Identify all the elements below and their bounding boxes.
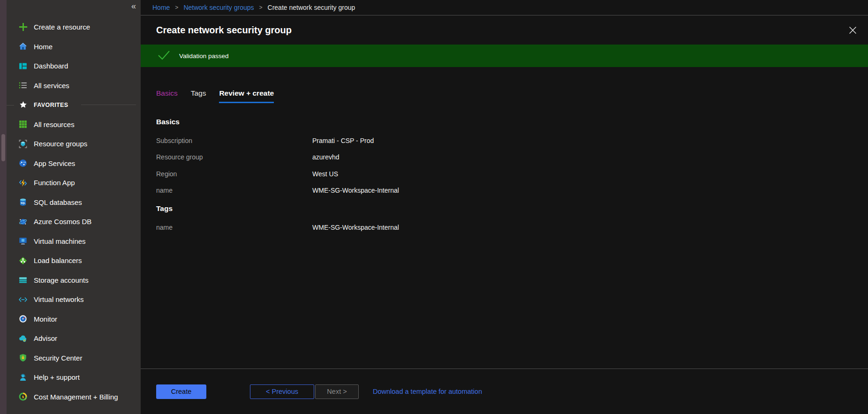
sidebar-item-security-center[interactable]: Security Center [7, 348, 141, 368]
app-services-icon [18, 158, 28, 168]
sidebar-item-label: Storage accounts [34, 276, 89, 284]
section-title: Tags [156, 202, 868, 216]
review-section-tags: TagsnameWME-SG-Workspace-Internal [156, 202, 868, 236]
all-resources-icon [18, 120, 28, 129]
cost-management-icon: $ [18, 392, 28, 401]
main-region: BasicsTagsReview + create BasicsSubscrip… [141, 67, 868, 414]
review-row: nameWME-SG-Workspace-Internal [156, 219, 868, 236]
previous-button[interactable]: < Previous [250, 384, 314, 399]
sidebar-item-label: Dashboard [34, 62, 68, 70]
sidebar-header-favorites: FAVORITES [7, 95, 141, 115]
review-sections: BasicsSubscriptionPramati - CSP - ProdRe… [156, 115, 868, 236]
sql-databases-icon: SQL [18, 197, 28, 207]
download-template-link[interactable]: Download a template for automation [373, 388, 482, 395]
sidebar-item-label: Azure Cosmos DB [34, 218, 91, 226]
virtual-machines-icon [18, 236, 28, 246]
storage-accounts-icon [18, 275, 28, 285]
all-services-icon [18, 81, 28, 90]
star-icon [18, 100, 28, 110]
sidebar-item-app-services[interactable]: App Services [7, 154, 141, 173]
title-bar: Create network security group [141, 15, 868, 45]
breadcrumb: Home>Network security groups>Create netw… [141, 0, 868, 15]
resource-groups-icon [18, 139, 28, 149]
sidebar-item-monitor[interactable]: Monitor [7, 309, 141, 329]
sidebar-item-label: Monitor [34, 315, 57, 323]
review-row: RegionWest US [156, 166, 868, 182]
virtual-networks-icon [18, 295, 28, 304]
tab-tags[interactable]: Tags [191, 89, 206, 103]
field-label: name [156, 187, 312, 194]
sidebar-item-label: Cost Management + Billing [34, 393, 118, 401]
content-region: Home>Network security groups>Create netw… [141, 0, 868, 414]
dashboard-icon [18, 61, 28, 71]
edge-scrollbar-thumb[interactable] [1, 134, 5, 161]
sidebar-item-label: SQL databases [34, 198, 82, 206]
footer-bar: Create < Previous Next > Download a temp… [141, 369, 868, 414]
create-button[interactable]: Create [156, 384, 206, 399]
breadcrumb-link-home[interactable]: Home [152, 4, 170, 11]
breadcrumb-current-create-network-security-group: Create network security group [268, 4, 355, 11]
field-label: Subscription [156, 137, 312, 144]
field-value: Pramati - CSP - Prod [312, 137, 374, 144]
review-row: SubscriptionPramati - CSP - Prod [156, 132, 868, 149]
sidebar-item-label: Virtual machines [34, 237, 86, 245]
sidebar-item-resource-groups[interactable]: Resource groups [7, 134, 141, 154]
sidebar-item-storage-accounts[interactable]: Storage accounts [7, 271, 141, 290]
close-icon[interactable] [847, 24, 859, 36]
sidebar-item-label: Home [34, 43, 53, 51]
monitor-icon [18, 314, 28, 324]
function-app-icon [18, 178, 28, 188]
cosmos-db-icon [18, 217, 28, 226]
sidebar-item-all-resources[interactable]: All resources [7, 115, 141, 135]
validation-banner-text: Validation passed [179, 53, 229, 60]
sidebar-item-label: Load balancers [34, 256, 82, 264]
sidebar-item-sql-databases[interactable]: SQLSQL databases [7, 193, 141, 212]
page-title: Create network security group [156, 25, 292, 36]
sidebar-item-load-balancers[interactable]: Load balancers [7, 251, 141, 271]
review-row: nameWME-SG-Workspace-Internal [156, 182, 868, 199]
security-center-icon [18, 353, 28, 362]
window-edge-strip [0, 0, 7, 414]
field-value: WME-SG-Workspace-Internal [312, 224, 399, 231]
sidebar-item-label: All services [34, 82, 69, 90]
tab-bar: BasicsTagsReview + create [156, 89, 868, 103]
sidebar-item-create-a-resource[interactable]: Create a resource [7, 17, 141, 37]
sidebar-item-cost-management-billing[interactable]: $Cost Management + Billing [7, 387, 141, 407]
sidebar: « Create a resourceHomeDashboardAll serv… [7, 0, 141, 414]
home-icon [18, 42, 28, 51]
breadcrumb-separator-icon: > [175, 4, 178, 11]
breadcrumb-link-network-security-groups[interactable]: Network security groups [183, 4, 254, 11]
tab-basics[interactable]: Basics [156, 89, 178, 103]
svg-text:$: $ [22, 395, 24, 399]
sidebar-item-all-services[interactable]: All services [7, 76, 141, 96]
sidebar-item-label: App Services [34, 159, 75, 167]
sidebar-item-home[interactable]: Home [7, 37, 141, 57]
field-label: Resource group [156, 153, 312, 161]
tab-review-create[interactable]: Review + create [219, 89, 274, 103]
field-value: azurevhd [312, 153, 340, 161]
sidebar-item-help-support[interactable]: Help + support [7, 368, 141, 387]
sidebar-item-azure-cosmos-db[interactable]: Azure Cosmos DB [7, 212, 141, 232]
sidebar-item-label: Advisor [34, 334, 57, 342]
sidebar-collapse-icon[interactable]: « [131, 2, 136, 10]
sidebar-item-virtual-machines[interactable]: Virtual machines [7, 232, 141, 251]
review-row: Resource groupazurevhd [156, 149, 868, 166]
sidebar-item-virtual-networks[interactable]: Virtual networks [7, 290, 141, 309]
sidebar-item-label: Virtual networks [34, 295, 83, 303]
sidebar-item-label: FAVORITES [34, 102, 68, 108]
sidebar-nav: Create a resourceHomeDashboardAll servic… [7, 17, 141, 406]
azure-portal-window: « Create a resourceHomeDashboardAll serv… [0, 0, 868, 414]
field-label: Region [156, 170, 312, 178]
field-value: West US [312, 170, 338, 178]
divider [81, 105, 136, 105]
sidebar-item-function-app[interactable]: Function App [7, 173, 141, 193]
sidebar-item-advisor[interactable]: Advisor [7, 329, 141, 348]
section-title: Basics [156, 115, 868, 129]
sidebar-item-label: Create a resource [34, 23, 90, 31]
load-balancers-icon [18, 256, 28, 265]
sidebar-item-label: All resources [34, 120, 75, 128]
sidebar-item-label: Help + support [34, 373, 80, 381]
advisor-icon [18, 334, 28, 343]
next-button[interactable]: Next > [315, 384, 359, 399]
sidebar-item-dashboard[interactable]: Dashboard [7, 56, 141, 76]
